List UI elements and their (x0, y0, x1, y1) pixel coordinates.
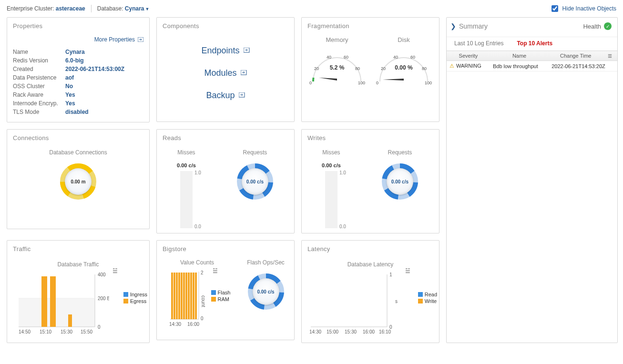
svg-text:15:10: 15:10 (40, 329, 51, 334)
cluster-name[interactable]: asteraceae (56, 5, 85, 12)
panel-title: Properties (7, 18, 149, 34)
connections-subtitle: Database Connections (7, 149, 149, 156)
svg-text:15:30: 15:30 (61, 329, 72, 334)
panel-title: Summary (459, 22, 488, 30)
fragmentation-memory-gauge: 0 20 40 60 80 100 5.2 % (307, 48, 367, 86)
svg-text:14:30: 14:30 (169, 322, 181, 327)
legend-write: Write (418, 298, 437, 304)
svg-rect-48 (195, 273, 197, 319)
svg-text:400: 400 (98, 272, 106, 277)
open-icon (138, 37, 143, 42)
prop-internode: Yes (65, 99, 143, 108)
fragmentation-disk-label: Disk (374, 36, 433, 43)
prop-created: 2022-06-21T14:53:00Z (65, 65, 143, 73)
reads-requests-gauge: 0.00 c/s (236, 162, 274, 201)
svg-rect-41 (178, 273, 180, 319)
svg-text:16:10: 16:10 (379, 329, 391, 334)
panel-title: Connections (7, 130, 149, 146)
svg-text:60: 60 (344, 55, 348, 60)
svg-text:s: s (395, 299, 398, 304)
expand-icon[interactable]: ❯ (450, 22, 456, 30)
fragmentation-panel: Fragmentation Memory 0 20 40 60 80 10 (301, 17, 439, 122)
writes-misses-value: 0.00 c/s (322, 162, 341, 168)
breadcrumb-separator (91, 5, 92, 12)
hide-inactive-toggle[interactable]: Hide Inactive Objects (550, 4, 616, 13)
writes-requests-gauge: 0.00 c/s (381, 162, 419, 201)
flash-ops-gauge: 0.00 c/s (247, 273, 285, 311)
svg-text:200 B: 200 B (98, 296, 109, 301)
panel-title: Traffic (7, 241, 149, 257)
traffic-chart: 400 200 B 0 14:50 15:10 15:30 15:50 (9, 270, 109, 336)
table-row[interactable]: WARNING Bdb low throughput 2022-06-21T14… (447, 61, 617, 71)
connections-panel: Connections Database Connections ⚠ 0.00 … (7, 129, 150, 229)
properties-table: NameCynara Redis Version6.0-big Created2… (13, 48, 143, 116)
svg-text:40: 40 (327, 55, 331, 60)
panel-title: Bigstore (157, 241, 294, 257)
svg-rect-26 (41, 276, 47, 327)
legend-read: Read (418, 292, 437, 297)
prop-name: Cynara (65, 48, 143, 56)
col-change-time[interactable]: Change Time (549, 51, 603, 61)
fragmentation-memory-label: Memory (307, 36, 367, 43)
reads-requests-label: Requests (236, 149, 274, 156)
svg-text:16:00: 16:00 (187, 322, 199, 327)
svg-text:0: 0 (376, 81, 378, 85)
svg-text:1: 1 (389, 272, 392, 277)
reads-misses-label: Misses (177, 149, 196, 156)
svg-rect-44 (185, 273, 187, 319)
panel-title: Components (157, 18, 294, 34)
prop-oss-cluster: No (65, 82, 143, 91)
svg-text:0: 0 (201, 316, 204, 321)
properties-panel: Properties More Properties NameCynara Re… (7, 17, 150, 122)
svg-rect-43 (183, 273, 185, 319)
tab-log-entries[interactable]: Last 10 Log Entries (454, 40, 503, 47)
writes-requests-value: 0.00 c/s (387, 168, 413, 195)
traffic-subtitle: Database Traffic (9, 261, 147, 268)
flash-ops-label: Flash Ops/Sec (247, 259, 285, 266)
value-counts-label: Value Counts (166, 259, 228, 266)
svg-text:40: 40 (393, 55, 398, 60)
svg-rect-39 (174, 273, 175, 319)
open-icon (241, 70, 247, 76)
panel-title: Writes (302, 130, 439, 146)
more-properties-link[interactable]: More Properties (7, 34, 149, 48)
prop-rack-aware: Yes (65, 91, 143, 99)
component-endpoints[interactable]: Endpoints (201, 46, 249, 56)
svg-text:14:50: 14:50 (19, 329, 31, 334)
col-name[interactable]: Name (490, 51, 549, 61)
database-name[interactable]: Cynara (125, 5, 144, 12)
breadcrumb: Enterprise Cluster: asteraceae Database:… (7, 5, 149, 12)
legend-ram: RAM (211, 296, 231, 302)
reads-misses-bar: 1.0 0.0 (180, 171, 193, 228)
svg-text:count: count (201, 295, 206, 307)
tab-top-alerts[interactable]: Top 10 Alerts (517, 40, 552, 47)
alerts-table: Severity Name Change Time ☰ WARNING Bdb … (447, 51, 617, 71)
legend-egress: Egress (123, 298, 147, 304)
svg-text:16:00: 16:00 (363, 329, 375, 334)
open-icon (239, 92, 245, 99)
check-icon: ✓ (604, 22, 612, 30)
svg-text:100: 100 (425, 81, 432, 85)
legend-ingress: Ingress (123, 292, 147, 297)
component-modules[interactable]: Modules (204, 68, 246, 78)
components-panel: Components Endpoints Modules Backup (156, 17, 295, 122)
prop-tls: disabled (65, 108, 143, 116)
col-severity[interactable]: Severity (447, 51, 490, 61)
reads-panel: Reads Misses 0.00 c/s 1.0 0.0 Requests 0… (156, 129, 295, 233)
component-backup[interactable]: Backup (206, 91, 245, 101)
writes-panel: Writes Misses 0.00 c/s 1.0 0.0 Requests … (301, 129, 439, 233)
hide-inactive-checkbox[interactable] (552, 5, 558, 12)
chart-menu-icon[interactable]: ☱ (112, 268, 118, 274)
chevron-down-icon[interactable]: ▼ (145, 7, 150, 11)
svg-rect-45 (188, 273, 190, 319)
svg-text:0: 0 (309, 81, 312, 85)
latency-subtitle: Database Latency (304, 261, 437, 268)
svg-rect-27 (50, 276, 56, 327)
panel-title: Reads (157, 130, 294, 146)
chart-menu-icon[interactable]: ☱ (213, 268, 218, 274)
columns-menu-icon[interactable]: ☰ (603, 51, 617, 61)
chart-menu-icon[interactable]: ☱ (405, 268, 410, 274)
svg-text:15:00: 15:00 (327, 329, 338, 334)
svg-text:100: 100 (358, 81, 365, 85)
cell-name: Bdb low throughput (490, 61, 549, 71)
